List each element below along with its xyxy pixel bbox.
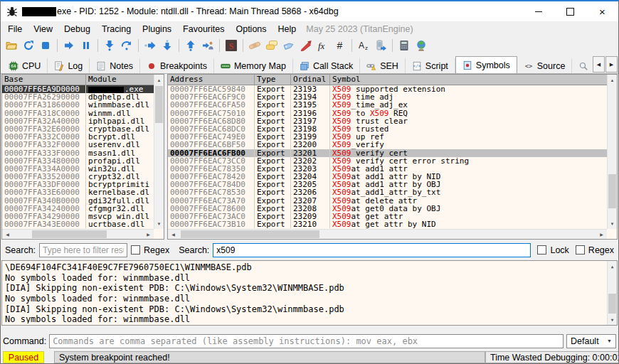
module-row[interactable]: 00007FFA343E0000ucrtbase.dll: [2, 220, 154, 228]
module-row[interactable]: 00007FFA34240000cfgmgr32.dll: [2, 205, 154, 213]
symbol-row[interactable]: 00007FF6EAC68DC0Export23198X509_trusted: [168, 125, 607, 133]
patches-icon[interactable]: [247, 38, 263, 53]
scroll-left-icon[interactable]: ◀: [169, 230, 178, 239]
scrollbar-thumb[interactable]: [32, 230, 107, 238]
scylla-icon[interactable]: S: [223, 38, 239, 53]
module-row[interactable]: 00007FFA332C0000bcrypt.dll: [2, 133, 154, 141]
regex-checkbox[interactable]: [131, 245, 140, 255]
menu-plugins[interactable]: Plugins: [137, 23, 177, 36]
scroll-left-icon[interactable]: ◀: [3, 230, 12, 239]
module-row[interactable]: 00007FFA334A0000win32u.dll: [2, 165, 154, 173]
labels-icon[interactable]: [281, 38, 297, 53]
attach-icon[interactable]: [373, 38, 388, 53]
globe-icon[interactable]: [413, 38, 429, 53]
tab-log[interactable]: Log: [48, 58, 90, 73]
tab-breakpoint[interactable]: Breakpoints: [140, 58, 214, 73]
maximize-button[interactable]: [554, 1, 586, 21]
tab-source[interactable]: <>Source: [517, 58, 573, 73]
command-input[interactable]: [49, 334, 564, 348]
scroll-down-icon[interactable]: ▼: [608, 315, 617, 324]
symbol-row[interactable]: 00007FF6EAC73CC0Export23202X509_verify_c…: [168, 157, 607, 165]
pause-icon[interactable]: [78, 38, 94, 53]
scroll-up-icon[interactable]: ▲: [608, 75, 617, 85]
column-header-base[interactable]: Base: [2, 75, 86, 85]
symbol-row[interactable]: 00007FF6EAC78530Export23206X509at_add1_a…: [168, 188, 607, 196]
symbol-row[interactable]: 00007FF6EAC68D80Export23197X509_trust_cl…: [168, 117, 607, 125]
tab-script[interactable]: </>Script: [406, 58, 455, 73]
exports-vertical-scrollbar[interactable]: ▲ ▼: [607, 75, 617, 229]
open-file-icon[interactable]: [4, 38, 19, 53]
tab-scroll-right-button[interactable]: ▶: [605, 56, 618, 73]
hash-icon[interactable]: #: [332, 38, 348, 53]
az-icon[interactable]: Az: [356, 38, 371, 53]
column-header-module[interactable]: Module: [86, 75, 154, 85]
log-vertical-scrollbar[interactable]: ▲ ▼: [607, 261, 617, 325]
modules-vertical-scrollbar[interactable]: ▲ ▼: [154, 75, 164, 229]
modules-horizontal-scrollbar[interactable]: ◀ ▶: [2, 229, 154, 239]
step-over-icon[interactable]: [119, 38, 134, 53]
symbol-row[interactable]: 00007FF6EAC78350Export23203X509at_add1_a…: [168, 165, 607, 173]
symbol-row[interactable]: 00007FF6EAC73B10Export23210X509at_get_at…: [168, 220, 607, 228]
menu-favourites[interactable]: Favourites: [177, 23, 230, 36]
command-profile-dropdown[interactable]: Default ▼: [566, 334, 616, 348]
module-row[interactable]: 00007FFA31860000winmmbase.dll: [2, 101, 154, 109]
menu-file[interactable]: File: [2, 23, 28, 36]
symbol-row[interactable]: 00007FF6EAC6BF50Export23200X509_verify: [168, 141, 607, 149]
module-row[interactable]: 00007FFA26290000dbghelp.dll: [2, 93, 154, 101]
minimize-button[interactable]: [522, 1, 554, 21]
module-row[interactable]: 00007FFA33520000crypt32.dll: [2, 173, 154, 181]
filter-input[interactable]: [39, 243, 127, 257]
module-row[interactable]: 00007FFA32A40000iphlpapi.dll: [2, 117, 154, 125]
scrollbar-thumb[interactable]: [608, 174, 616, 208]
symbol-row[interactable]: 00007FF6EAC78420Export23204X509at_add1_a…: [168, 173, 607, 181]
menu-tracing[interactable]: Tracing: [96, 23, 137, 36]
column-header-ordinal[interactable]: Ordinal: [291, 75, 330, 85]
symbol-row[interactable]: 00007FF6EAC749E0Export23199X509_up_ref: [168, 133, 607, 141]
restart-icon[interactable]: [21, 38, 36, 53]
bug-app-icon[interactable]: [6, 6, 18, 17]
symbol-row[interactable]: 00007FF6EAC73A70Export23207X509at_delete…: [168, 197, 607, 205]
tab-symbols[interactable]: Symbols: [455, 56, 517, 74]
scroll-right-icon[interactable]: ▶: [597, 230, 606, 239]
symbol-row[interactable]: 00007FF6EAC784D0Export23205X509at_add1_a…: [168, 181, 607, 188]
menu-options[interactable]: Options: [230, 23, 272, 36]
scroll-down-icon[interactable]: ▼: [154, 219, 164, 228]
module-row[interactable]: 00007FFA32E60000cryptbase.dll: [2, 125, 154, 133]
symbol-row[interactable]: 00007FF6EAC6FA50Export23195X509_time_adj…: [168, 101, 607, 109]
search-input[interactable]: [213, 243, 531, 257]
tab-scroll-left-button[interactable]: ◀: [593, 56, 605, 73]
module-row[interactable]: 00007FFA340B0000gdi32full.dll: [2, 197, 154, 205]
run-icon[interactable]: [61, 38, 77, 53]
tab-seh[interactable]: SEH: [360, 58, 406, 73]
lock-checkbox[interactable]: [537, 245, 546, 255]
scroll-up-icon[interactable]: ▲: [608, 262, 617, 271]
symbol-row[interactable]: 00007FF6EAC6F9C0Export23194X509_time_adj: [168, 93, 607, 101]
symbol-row[interactable]: 00007FF6EAC6FB00Export23201X509_verify_c…: [168, 149, 607, 157]
menu-help[interactable]: Help: [273, 23, 302, 36]
symbol-row[interactable]: 00007FF6EAC75010Export23196X509_to_X509_…: [168, 109, 607, 117]
fx-icon[interactable]: fx: [315, 38, 331, 53]
step-into-icon[interactable]: [102, 38, 117, 53]
module-row[interactable]: 00007FFA332F0000userenv.dll: [2, 141, 154, 149]
column-header-symbol[interactable]: Symbol: [330, 75, 607, 85]
module-row[interactable]: 00007FFA333F0000msasn1.dll: [2, 149, 154, 157]
scrollbar-thumb[interactable]: [608, 294, 616, 314]
scroll-right-icon[interactable]: ▶: [144, 230, 153, 239]
module-row[interactable]: 00007FFA318C0000winmm.dll: [2, 109, 154, 117]
column-header-type[interactable]: Type: [255, 75, 291, 85]
calculator-icon[interactable]: [396, 38, 412, 53]
tab-memory-map[interactable]: Memory Map: [214, 58, 293, 73]
tab-call-stack[interactable]: Call Stack: [293, 58, 360, 73]
symbol-row[interactable]: 00007FF6EAC73AC0Export23209X509at_get_at…: [168, 213, 607, 220]
exports-horizontal-scrollbar[interactable]: ◀ ▶: [168, 229, 607, 239]
run-to-user-code-icon[interactable]: [200, 38, 216, 53]
regex-checkbox-2[interactable]: [576, 245, 585, 255]
trace-over-icon[interactable]: [159, 38, 175, 53]
comments-icon[interactable]: [264, 38, 280, 53]
symbol-row[interactable]: 00007FF6EAC59840Export23193X509_supporte…: [168, 85, 607, 93]
menu-view[interactable]: View: [28, 23, 58, 36]
scrollbar-thumb[interactable]: [155, 86, 163, 123]
titlebar[interactable]: exe - PID: 1252 - Module: ntdll.dll - Th…: [1, 1, 618, 21]
symbol-row[interactable]: 00007FF6EAC78600Export23208X509at_get0_d…: [168, 205, 607, 213]
module-row[interactable]: 00007FFA33DF0000bcryptprimiti: [2, 181, 154, 188]
